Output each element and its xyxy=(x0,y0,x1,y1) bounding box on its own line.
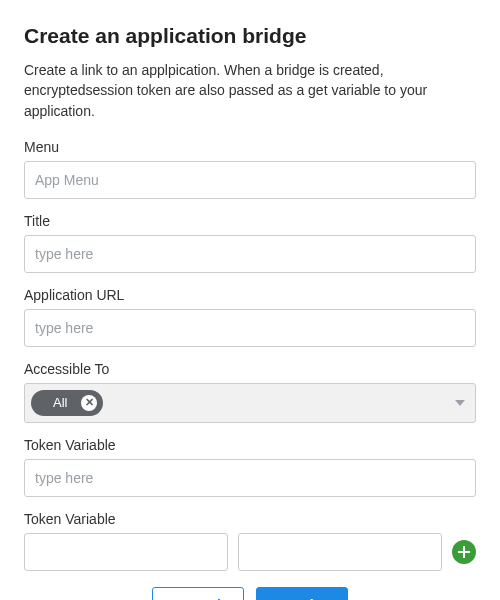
app-url-input[interactable] xyxy=(24,309,476,347)
cancel-button[interactable]: Cancel xyxy=(152,587,244,600)
title-label: Title xyxy=(24,213,476,229)
accessible-to-select[interactable]: All ✕ xyxy=(24,383,476,423)
title-input[interactable] xyxy=(24,235,476,273)
page-title: Create an application bridge xyxy=(24,24,476,48)
accessible-to-chip: All ✕ xyxy=(31,390,103,416)
token-pair-value-input[interactable] xyxy=(238,533,442,571)
add-button[interactable] xyxy=(452,540,476,564)
token-variable-label: Token Variable xyxy=(24,437,476,453)
close-icon[interactable]: ✕ xyxy=(81,395,97,411)
token-pair-label: Token Variable xyxy=(24,511,476,527)
accessible-to-chip-label: All xyxy=(53,395,67,410)
page-description: Create a link to an applpication. When a… xyxy=(24,60,476,121)
menu-input[interactable] xyxy=(24,161,476,199)
accessible-to-label: Accessible To xyxy=(24,361,476,377)
svg-rect-1 xyxy=(458,551,470,553)
app-url-label: Application URL xyxy=(24,287,476,303)
menu-label: Menu xyxy=(24,139,476,155)
chevron-down-icon xyxy=(455,400,465,406)
apply-button[interactable]: Apply xyxy=(256,587,348,600)
token-pair-key-input[interactable] xyxy=(24,533,228,571)
plus-icon xyxy=(457,545,471,559)
token-variable-input[interactable] xyxy=(24,459,476,497)
